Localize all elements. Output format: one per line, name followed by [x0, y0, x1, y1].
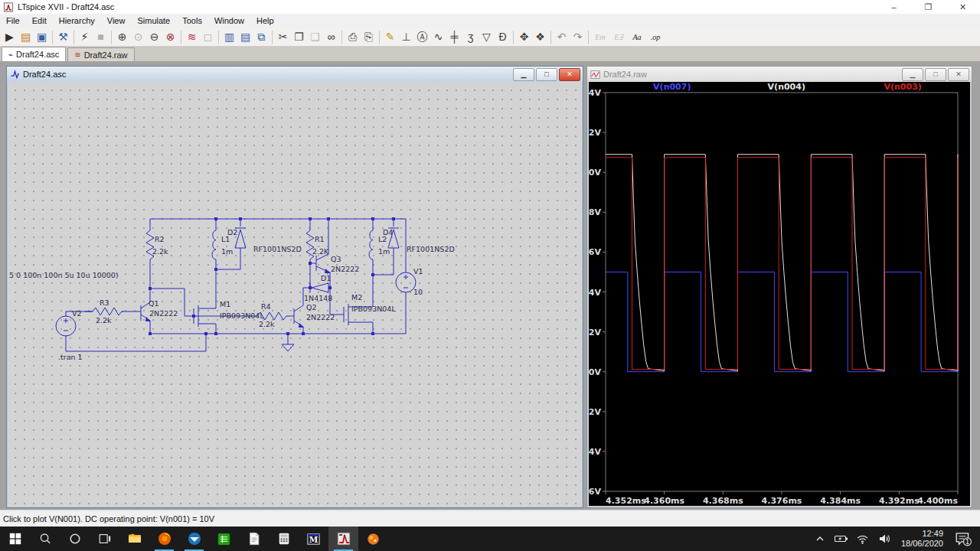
minimize-button[interactable]: –	[877, 0, 911, 14]
ltspice-button[interactable]	[328, 527, 358, 551]
toolbar-separator	[218, 31, 219, 44]
tile-vertical-icon[interactable]: ▥	[221, 29, 237, 45]
waveform-minimize-button[interactable]: ▁	[902, 68, 923, 81]
move-icon[interactable]: ✥	[516, 29, 532, 45]
resistor-R3[interactable]	[93, 308, 122, 315]
tile-horizontal-icon[interactable]: ▤	[237, 29, 253, 45]
menu-tools[interactable]: Tools	[176, 14, 208, 28]
menu-file[interactable]: File	[0, 14, 26, 28]
drag-icon[interactable]: ❖	[532, 29, 548, 45]
capacitor-icon[interactable]: ╪	[446, 29, 462, 45]
volume-icon[interactable]	[876, 530, 893, 547]
cut-icon[interactable]: ✂	[275, 29, 291, 45]
waveform-window-titlebar[interactable]: Draft24.raw ▁ □ ✕	[587, 67, 972, 82]
run-icon[interactable]: ⚡	[77, 29, 93, 45]
system-tray: 12:49 18/06/2020 1	[809, 527, 980, 551]
ground-icon[interactable]: ⊥	[398, 29, 414, 45]
copy-icon[interactable]: ❐	[291, 29, 307, 45]
tab-draft24.asc[interactable]: ⌁Draft24.asc	[2, 47, 66, 61]
resistor-icon[interactable]: ∿	[430, 29, 446, 45]
find-icon[interactable]: ∞	[323, 29, 339, 45]
x-axis-label: 4.360ms	[644, 496, 684, 506]
schematic-tab-icon: ⌁	[8, 51, 13, 59]
x-axis-label: 4.392ms	[879, 496, 920, 506]
tray-chevron-icon[interactable]	[812, 530, 828, 547]
waveform-window-title: Draft24.raw	[603, 70, 647, 79]
schematic-maximize-button[interactable]: □	[536, 68, 557, 81]
schematic-minimize-button[interactable]: ▁	[513, 68, 534, 81]
label-R4-value: 2.2k	[259, 320, 275, 328]
schematic-canvas[interactable]: R2 2.2k L1 1m D2 RF1001NS2D R1 2.2K L2 1…	[8, 82, 581, 506]
task-view-button[interactable]	[90, 527, 119, 551]
toolbar-separator	[341, 31, 342, 44]
legend-V(n004)[interactable]: V(n004)	[768, 82, 805, 92]
start-button[interactable]	[0, 527, 30, 551]
menu-simulate[interactable]: Simulate	[131, 14, 176, 28]
zoom-out-icon[interactable]: ⊖	[146, 29, 162, 45]
spice-directive-icon[interactable]: .op	[646, 29, 665, 45]
toolbar-separator	[550, 31, 551, 44]
control-panel-icon[interactable]: ⚒	[55, 29, 71, 45]
vsource-V2[interactable]	[56, 316, 76, 336]
menu-view[interactable]: View	[101, 14, 132, 28]
diode-D1[interactable]	[312, 283, 328, 292]
schematic-close-button[interactable]: ✕	[559, 68, 580, 81]
schematic-window-title: Draft24.asc	[23, 70, 66, 79]
waveform-tab-icon: ≋	[74, 51, 80, 59]
waveform-plot-area[interactable]: 14V12V10V8V6V4V2V0V-2V-4V-6V4.352ms4.360…	[589, 82, 970, 506]
battery-icon[interactable]	[833, 530, 850, 547]
inductor-L1[interactable]	[212, 230, 216, 259]
window-title: LTspice XVII - Draft24.asc	[18, 2, 114, 11]
schematic-window-titlebar[interactable]: Draft24.asc ▁ □ ✕	[7, 67, 583, 82]
net-label-icon[interactable]: Ⓐ	[414, 29, 430, 45]
close-button[interactable]: ✕	[946, 0, 980, 14]
restore-button[interactable]: ❐	[911, 0, 946, 14]
diode-icon[interactable]: ▽	[479, 29, 495, 45]
spreadsheet-app-button[interactable]	[209, 527, 239, 551]
text-icon[interactable]: Aa	[628, 29, 646, 45]
cortana-button[interactable]	[60, 527, 90, 551]
bjt-icon[interactable]: Ɖ	[495, 29, 511, 45]
file-explorer-button[interactable]	[119, 527, 149, 551]
taskbar-clock[interactable]: 12:49 18/06/2020	[901, 529, 943, 549]
writer-app-button[interactable]	[239, 527, 269, 551]
menu-hierarchy[interactable]: Hierarchy	[53, 14, 101, 28]
edit-pencil-icon[interactable]: ✎	[382, 29, 398, 45]
firefox-button[interactable]	[149, 527, 179, 551]
print-icon[interactable]: ⎙	[345, 29, 361, 45]
search-button[interactable]	[30, 527, 60, 551]
save-icon[interactable]: ▣	[34, 29, 50, 45]
ltspice-app-window: LTspice XVII - Draft24.asc – ❐ ✕ FileEdi…	[0, 0, 980, 551]
new-schematic-icon[interactable]: ▶	[2, 29, 18, 45]
undo-icon[interactable]: ↶	[554, 29, 570, 45]
y-axis-label: 12V	[589, 128, 601, 138]
paint-app-button[interactable]	[358, 527, 388, 551]
paste-icon: ❏	[307, 29, 323, 45]
notification-center-icon[interactable]: 1	[952, 530, 975, 547]
legend-V(n003)[interactable]: V(n003)	[884, 82, 921, 92]
menu-edit[interactable]: Edit	[26, 14, 53, 28]
waveform-icon[interactable]: ≋	[184, 29, 200, 45]
legend-V(n007)[interactable]: V(n007)	[653, 82, 691, 92]
menu-help[interactable]: Help	[250, 14, 280, 28]
menu-window[interactable]: Window	[208, 14, 250, 28]
label-Q1-value: 2N2222	[149, 309, 178, 318]
open-icon[interactable]: ▤	[18, 29, 34, 45]
calculator-app-button[interactable]	[269, 527, 299, 551]
waveform-close-button[interactable]: ✕	[948, 68, 969, 81]
zoom-full-extents-icon[interactable]: ⊗	[162, 29, 178, 45]
inductor-icon[interactable]: ʒ	[462, 29, 479, 45]
m-app-button[interactable]: M	[299, 527, 328, 551]
zoom-in-icon[interactable]: ⊕	[114, 29, 130, 45]
cascade-windows-icon[interactable]: ⧉	[253, 29, 270, 45]
inductor-L2[interactable]	[369, 230, 373, 259]
redo-icon[interactable]: ↷	[570, 29, 586, 45]
tab-label: Draft24.raw	[84, 51, 128, 60]
tab-draft24.raw[interactable]: ≋Draft24.raw	[67, 47, 134, 61]
tabbar: ⌁Draft24.asc≋Draft24.raw	[0, 47, 980, 61]
thunderbird-button[interactable]	[179, 527, 209, 551]
label-D1-value: 1N4148	[304, 294, 332, 302]
waveform-maximize-button[interactable]: □	[925, 68, 946, 81]
wifi-icon[interactable]	[854, 530, 871, 547]
print-preview-icon[interactable]: ⎘	[361, 29, 377, 45]
